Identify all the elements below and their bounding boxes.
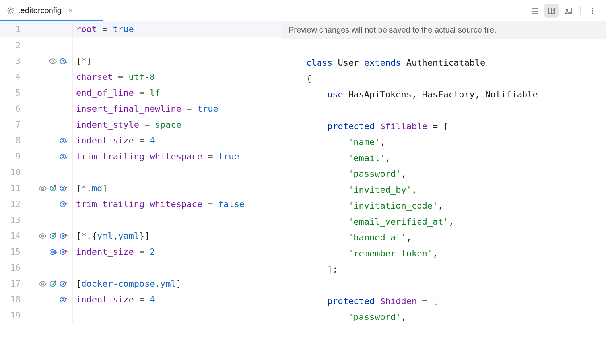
- line-number: 5: [0, 85, 25, 101]
- at-up-icon[interactable]: [59, 184, 68, 193]
- at-up-icon[interactable]: [59, 248, 68, 256]
- line-number: 7: [0, 117, 25, 133]
- code-line[interactable]: 5end_of_line = lf: [0, 85, 282, 101]
- preview-code-text: protected $hidden = [: [302, 293, 606, 309]
- at-up-icon[interactable]: [59, 279, 68, 288]
- code-editor[interactable]: 1root = true23[*]4charset = utf-85end_of…: [0, 21, 282, 364]
- code-line[interactable]: 14[*.{yml,yaml}]: [0, 228, 282, 244]
- preview-code[interactable]: class User extends Authenticatable{ use …: [282, 39, 606, 364]
- gutter-icons: [25, 37, 72, 53]
- gutter-icons: [25, 117, 72, 133]
- preview-code-text: class User extends Authenticatable: [302, 55, 606, 71]
- code-line[interactable]: 16: [0, 260, 282, 276]
- preview-gutter: [282, 39, 302, 55]
- code-line[interactable]: 8indent_size = 4: [0, 133, 282, 149]
- code-line[interactable]: 6insert_final_newline = true: [0, 101, 282, 117]
- preview-gutter: [282, 87, 302, 103]
- preview-gutter: [282, 246, 302, 261]
- code-line[interactable]: 3[*]: [0, 53, 282, 69]
- gutter-icons: [25, 53, 72, 69]
- code-line[interactable]: 12trim_trailing_whitespace = false: [0, 196, 282, 212]
- code-text[interactable]: indent_size = 4: [73, 133, 282, 149]
- line-number: 18: [0, 292, 25, 308]
- at-up-icon[interactable]: [59, 200, 68, 209]
- split-editor: 1root = true23[*]4charset = utf-85end_of…: [0, 21, 606, 364]
- tab-editorconfig[interactable]: .editorconfig ✕: [0, 0, 80, 21]
- preview-code-text: 'email_verified_at',: [302, 214, 606, 230]
- code-text[interactable]: trim_trailing_whitespace = true: [73, 149, 282, 165]
- at-up-icon[interactable]: [59, 295, 68, 304]
- target-dot-icon[interactable]: [49, 184, 57, 193]
- code-text[interactable]: indent_style = space: [73, 117, 282, 133]
- close-tab-icon[interactable]: ✕: [68, 7, 73, 14]
- code-text[interactable]: [73, 37, 282, 53]
- code-line[interactable]: 9trim_trailing_whitespace = true: [0, 149, 282, 165]
- line-number: 2: [0, 37, 25, 53]
- preview-gutter: [282, 309, 302, 325]
- preview-gutter: [282, 182, 302, 198]
- tab-title: .editorconfig: [18, 6, 62, 15]
- soft-wrap-icon[interactable]: [528, 4, 542, 18]
- image-preview-icon[interactable]: [561, 4, 575, 18]
- line-number: 16: [0, 260, 25, 276]
- gutter-icons: [25, 196, 72, 212]
- line-number: 14: [0, 228, 25, 244]
- preview-gutter: [282, 55, 302, 71]
- code-text[interactable]: [*.md]: [73, 180, 282, 196]
- code-text[interactable]: [docker-compose.yml]: [73, 276, 282, 292]
- code-text[interactable]: [73, 165, 282, 180]
- code-text[interactable]: charset = utf-8: [73, 69, 282, 85]
- eye-icon[interactable]: [38, 279, 47, 288]
- code-text[interactable]: [*]: [73, 53, 282, 69]
- preview-code-text: [302, 39, 606, 55]
- gutter-icons: [25, 308, 72, 323]
- code-text[interactable]: [73, 308, 282, 323]
- code-text[interactable]: [73, 260, 282, 276]
- at-down-blue-icon[interactable]: [49, 248, 57, 256]
- gutter-icons: [25, 85, 72, 101]
- code-line[interactable]: 11[*.md]: [0, 180, 282, 196]
- preview-panel-icon[interactable]: [544, 4, 559, 18]
- preview-gutter: [282, 150, 302, 166]
- code-text[interactable]: end_of_line = lf: [73, 85, 282, 101]
- target-dot-icon[interactable]: [49, 279, 57, 288]
- code-line[interactable]: 10: [0, 165, 282, 180]
- code-text[interactable]: root = true: [73, 21, 282, 37]
- code-line[interactable]: 2: [0, 37, 282, 53]
- preview-code-text: 'password',: [302, 166, 606, 182]
- at-down-icon[interactable]: [59, 136, 68, 145]
- gutter-icons: [25, 244, 72, 260]
- line-number: 15: [0, 244, 25, 260]
- at-down-icon[interactable]: [59, 152, 68, 161]
- gutter-icons: [25, 133, 72, 149]
- line-number: 1: [0, 21, 25, 37]
- code-line[interactable]: 15indent_size = 2: [0, 244, 282, 260]
- eye-icon[interactable]: [49, 57, 57, 66]
- at-down-icon[interactable]: [59, 57, 68, 66]
- code-line[interactable]: 19: [0, 308, 282, 323]
- preview-code-text: protected $fillable = [: [302, 118, 606, 134]
- code-text[interactable]: [*.{yml,yaml}]: [73, 228, 282, 244]
- eye-icon[interactable]: [38, 232, 47, 240]
- line-number: 13: [0, 212, 25, 228]
- code-line[interactable]: 13: [0, 212, 282, 228]
- code-line[interactable]: 7indent_style = space: [0, 117, 282, 133]
- code-line[interactable]: 4charset = utf-8: [0, 69, 282, 85]
- code-text[interactable]: trim_trailing_whitespace = false: [73, 196, 282, 212]
- eye-icon[interactable]: [38, 184, 47, 193]
- code-line[interactable]: 18indent_size = 4: [0, 292, 282, 308]
- gutter-icons: [25, 21, 72, 37]
- line-number: 6: [0, 101, 25, 117]
- more-actions-icon[interactable]: [585, 4, 600, 18]
- preview-code-text: 'invited_by',: [302, 182, 606, 198]
- code-line[interactable]: 17[docker-compose.yml]: [0, 276, 282, 292]
- code-line[interactable]: 1root = true: [0, 21, 282, 37]
- code-text[interactable]: [73, 212, 282, 228]
- gutter-icons: [25, 228, 72, 244]
- code-text[interactable]: indent_size = 4: [73, 292, 282, 308]
- target-dot-icon[interactable]: [49, 232, 57, 240]
- code-text[interactable]: indent_size = 2: [73, 244, 282, 260]
- line-number: 12: [0, 196, 25, 212]
- code-text[interactable]: insert_final_newline = true: [73, 101, 282, 117]
- at-up-icon[interactable]: [59, 232, 68, 240]
